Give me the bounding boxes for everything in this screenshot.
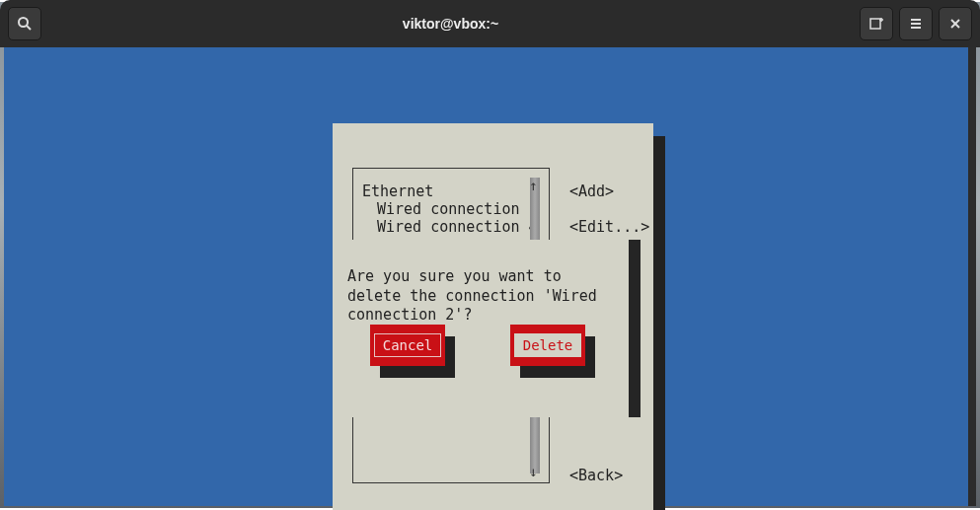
svg-rect-2 bbox=[870, 19, 880, 29]
add-button[interactable]: <Add> bbox=[569, 182, 614, 200]
close-icon bbox=[947, 16, 963, 32]
search-button[interactable] bbox=[8, 7, 41, 40]
delete-button-label: Delete bbox=[514, 333, 582, 357]
cancel-button[interactable]: Cancel bbox=[370, 325, 445, 366]
svg-line-1 bbox=[27, 26, 31, 30]
delete-button[interactable]: Delete bbox=[510, 325, 585, 366]
dialog-message: Are you sure you want to delete the conn… bbox=[347, 267, 614, 326]
connection-item[interactable]: Wired connection 1 bbox=[377, 200, 538, 218]
window-title: viktor@vbox:~ bbox=[41, 16, 860, 32]
search-icon bbox=[17, 16, 33, 32]
edit-button[interactable]: <Edit...> bbox=[569, 218, 649, 236]
confirm-delete-dialog: Are you sure you want to delete the conn… bbox=[333, 240, 629, 417]
close-button[interactable] bbox=[939, 7, 972, 40]
menu-button[interactable] bbox=[899, 7, 933, 40]
hamburger-icon bbox=[908, 16, 924, 32]
connection-type-heading: Ethernet bbox=[362, 182, 433, 200]
new-tab-icon bbox=[868, 16, 884, 32]
svg-point-0 bbox=[19, 18, 28, 27]
back-button[interactable]: <Back> bbox=[569, 467, 623, 484]
new-tab-button[interactable] bbox=[860, 7, 893, 40]
terminal-content: Ethernet Wired connection 1 Wired connec… bbox=[4, 47, 976, 506]
cancel-button-label: Cancel bbox=[374, 333, 442, 357]
scroll-up-arrow[interactable]: ↑ bbox=[529, 178, 537, 193]
scroll-down-arrow[interactable]: ↓ bbox=[529, 464, 537, 479]
connection-item[interactable]: Wired connection 4 bbox=[377, 218, 538, 236]
terminal-scrollbar[interactable] bbox=[968, 47, 976, 506]
window-titlebar: viktor@vbox:~ bbox=[0, 0, 980, 47]
